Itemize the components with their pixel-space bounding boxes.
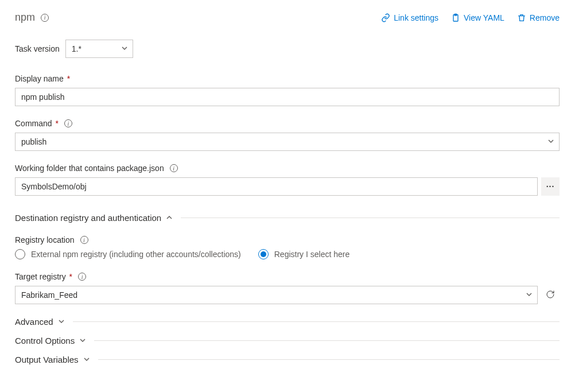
remove-button[interactable]: Remove [517, 13, 560, 22]
divider [73, 321, 560, 322]
clipboard-icon [451, 13, 460, 22]
trash-icon [517, 13, 526, 22]
command-group: Command * i publish [15, 119, 560, 151]
radio-icon [15, 249, 25, 259]
radio-dot [261, 251, 266, 257]
radio-external-label: External npm registry (including other a… [31, 250, 241, 259]
view-yaml-button[interactable]: View YAML [451, 13, 504, 22]
target-registry-select[interactable]: Fabrikam_Feed [15, 286, 538, 304]
radio-select-here[interactable]: Registry I select here [258, 249, 350, 259]
info-icon[interactable]: i [170, 164, 178, 172]
remove-label: Remove [530, 13, 560, 22]
target-registry-value: Fabrikam_Feed [21, 290, 77, 300]
info-icon[interactable]: i [80, 236, 88, 244]
control-options-section[interactable]: Control Options [15, 336, 560, 346]
header-actions: Link settings View YAML Remove [381, 13, 560, 22]
browse-button[interactable]: ··· [541, 177, 560, 196]
destination-section-title: Destination registry and authentication [15, 213, 161, 223]
info-icon[interactable]: i [78, 273, 86, 281]
divider [94, 340, 560, 341]
chevron-down-icon [58, 317, 65, 327]
view-yaml-label: View YAML [464, 13, 504, 22]
divider [181, 218, 560, 218]
refresh-icon [546, 290, 555, 301]
chevron-down-icon [83, 355, 90, 364]
task-header: npm i Link settings View YAML Remove [15, 11, 560, 24]
title-wrap: npm i [15, 11, 49, 24]
chevron-down-icon [121, 44, 128, 53]
link-icon [381, 13, 390, 22]
command-value: publish [21, 137, 46, 146]
task-version-label: Task version [15, 44, 60, 53]
chevron-down-icon [547, 137, 554, 146]
chevron-down-icon [526, 290, 533, 300]
task-version-select[interactable]: 1.* [65, 40, 133, 58]
required-mark: * [65, 74, 70, 83]
working-folder-input[interactable] [15, 177, 538, 196]
advanced-label: Advanced [15, 317, 53, 327]
output-variables-section[interactable]: Output Variables [15, 355, 560, 364]
chevron-down-icon [79, 336, 86, 346]
required-mark: * [67, 272, 72, 281]
radio-select-here-label: Registry I select here [274, 250, 350, 259]
control-options-label: Control Options [15, 336, 75, 346]
registry-location-label: Registry location [15, 235, 75, 244]
info-icon[interactable]: i [64, 119, 72, 127]
radio-icon [258, 249, 269, 259]
info-icon[interactable]: i [41, 14, 49, 22]
output-variables-label: Output Variables [15, 355, 79, 364]
destination-section-header[interactable]: Destination registry and authentication [15, 213, 560, 223]
required-mark: * [53, 119, 59, 128]
working-folder-group: Working folder that contains package.jso… [15, 164, 560, 196]
registry-location-group: Registry location i External npm registr… [15, 235, 560, 259]
command-label: Command * [15, 119, 59, 128]
divider [98, 359, 560, 360]
task-title: npm [15, 11, 35, 24]
working-folder-label: Working folder that contains package.jso… [15, 164, 164, 173]
task-version-value: 1.* [72, 44, 81, 53]
display-name-input[interactable] [15, 88, 560, 106]
link-settings-label: Link settings [394, 13, 438, 22]
refresh-button[interactable] [541, 286, 560, 304]
radio-external-registry[interactable]: External npm registry (including other a… [15, 249, 241, 259]
command-select[interactable]: publish [15, 133, 560, 151]
target-registry-group: Target registry * i Fabrikam_Feed [15, 272, 560, 304]
registry-location-radios: External npm registry (including other a… [15, 249, 560, 259]
advanced-section[interactable]: Advanced [15, 317, 560, 327]
ellipsis-icon: ··· [546, 182, 555, 191]
chevron-up-icon [166, 213, 173, 223]
task-version-row: Task version 1.* [15, 40, 560, 58]
link-settings-button[interactable]: Link settings [381, 13, 438, 22]
target-registry-label: Target registry * [15, 272, 72, 281]
display-name-label: Display name * [15, 74, 70, 83]
display-name-group: Display name * [15, 74, 560, 106]
